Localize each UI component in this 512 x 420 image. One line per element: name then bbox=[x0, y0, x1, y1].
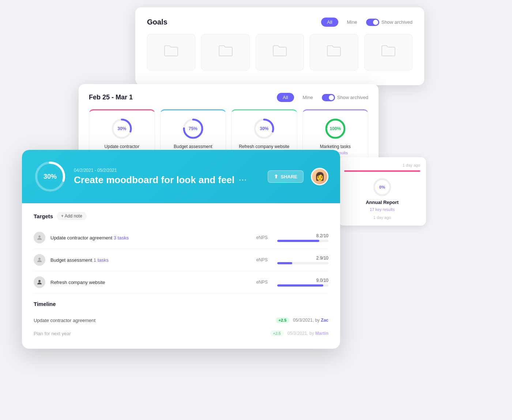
target-row-2: Budget assessment 1 tasks eNPS 2.9/10 bbox=[34, 249, 328, 271]
timeline-person-1: Zac bbox=[321, 318, 328, 323]
avatar-image: 👩 bbox=[315, 172, 325, 181]
targets-section-header: Targets + Add note bbox=[34, 212, 328, 220]
share-button[interactable]: ⬆ SHARE bbox=[268, 170, 304, 183]
goals-filter-mine[interactable]: Mine bbox=[341, 18, 363, 27]
target-avatar-1 bbox=[34, 232, 45, 243]
timeline-row-1: Update contractor agreement +2.5 05/3/20… bbox=[34, 314, 328, 327]
timeline-row-2: Plan for next year +2.5 05/3/2021, by Ma… bbox=[34, 327, 328, 340]
mid-filter-all[interactable]: All bbox=[277, 93, 294, 102]
goals-filter-all[interactable]: All bbox=[321, 18, 338, 27]
mid-filter-group: All Mine Show archived bbox=[277, 93, 368, 102]
folder-icon bbox=[272, 45, 287, 60]
folder-icon bbox=[327, 45, 341, 60]
goals-filter-group: All Mine Show archived bbox=[321, 18, 413, 27]
svg-point-14 bbox=[38, 280, 41, 282]
main-panel: 30% 04/2/2021 - 05/2/2021 Create moodboa… bbox=[22, 150, 340, 349]
mid-archived-toggle[interactable]: Show archived bbox=[322, 94, 368, 101]
archived-toggle-switch[interactable] bbox=[366, 19, 379, 26]
annual-pct: 0% bbox=[379, 185, 385, 189]
main-date-range: 04/2/2021 - 05/2/2021 bbox=[74, 168, 260, 173]
goals-header: Goals All Mine Show archived bbox=[147, 18, 413, 27]
folder-icon bbox=[218, 45, 233, 60]
timeline-person-2: Martin bbox=[315, 331, 328, 336]
goal-name-4: Marketing tasks bbox=[320, 144, 351, 149]
folder-item[interactable] bbox=[256, 34, 304, 71]
folder-item[interactable] bbox=[201, 34, 249, 71]
target-progress-3: 9.0/10 bbox=[277, 278, 328, 287]
main-pct: 30% bbox=[44, 173, 57, 181]
mid-filter-mine[interactable]: Mine bbox=[297, 93, 319, 102]
main-header-info: 04/2/2021 - 05/2/2021 Create moodboard f… bbox=[74, 168, 260, 186]
target-link-1[interactable]: 3 tasks bbox=[114, 235, 129, 241]
timeline-label-1: Update contractor agreement bbox=[34, 318, 272, 323]
date-range: Feb 25 - Mar 1 bbox=[89, 94, 133, 101]
svg-point-12 bbox=[38, 235, 41, 238]
mid-toggle-switch[interactable] bbox=[322, 94, 335, 101]
archived-label: Show archived bbox=[381, 19, 413, 25]
folder-icon bbox=[164, 45, 178, 60]
share-label: SHARE bbox=[281, 174, 297, 179]
goals-archived-toggle[interactable]: Show archived bbox=[366, 19, 413, 26]
donut-75: 75% bbox=[181, 117, 205, 140]
svg-point-13 bbox=[38, 258, 41, 260]
progress-bar-fill-1 bbox=[277, 240, 319, 242]
donut-30-2: 30% bbox=[252, 117, 276, 140]
target-metric-1: eNPS bbox=[256, 235, 268, 240]
avatar: 👩 bbox=[311, 168, 328, 185]
folder-icon bbox=[381, 45, 396, 60]
main-panel-header: 30% 04/2/2021 - 05/2/2021 Create moodboa… bbox=[22, 150, 340, 203]
target-score-1: 8.2/10 bbox=[316, 233, 328, 238]
main-progress-circle: 30% bbox=[34, 160, 67, 193]
target-metric-2: eNPS bbox=[256, 257, 268, 262]
target-link-2[interactable]: 1 tasks bbox=[94, 257, 109, 263]
donut-100: 100% bbox=[324, 117, 347, 140]
target-name-3: Refresh company website bbox=[50, 280, 251, 285]
donut-30-1: 30% bbox=[110, 117, 133, 140]
progress-bar-bg-3 bbox=[277, 284, 328, 287]
annual-keys: 17 key results bbox=[370, 207, 395, 212]
timeline-label-2: Plan for next year bbox=[34, 331, 266, 336]
share-icon: ⬆ bbox=[274, 174, 278, 179]
target-metric-3: eNPS bbox=[256, 280, 268, 285]
add-note-button[interactable]: + Add note bbox=[57, 212, 87, 220]
timeline-header: Timeline bbox=[34, 301, 328, 307]
target-avatar-2 bbox=[34, 254, 45, 266]
main-title-row: Create moodboard for look and feel ··· bbox=[74, 174, 260, 186]
targets-title: Targets bbox=[34, 213, 53, 219]
target-name-1: Update contractor agreement 3 tasks bbox=[50, 235, 251, 241]
goals-panel: Goals All Mine Show archived bbox=[135, 7, 424, 85]
goal-name-3: Refresh company website bbox=[239, 144, 289, 149]
main-title: Create moodboard for look and feel bbox=[74, 174, 234, 186]
annual-ago-bottom: 1 day ago bbox=[373, 215, 391, 220]
timeline-title: Timeline bbox=[34, 301, 56, 307]
target-progress-2: 2.9/10 bbox=[277, 256, 328, 264]
target-row-3: Refresh company website eNPS 9.0/10 bbox=[34, 271, 328, 294]
folder-item[interactable] bbox=[364, 34, 413, 71]
target-avatar-3 bbox=[34, 276, 45, 288]
goals-title: Goals bbox=[147, 18, 167, 26]
mid-archived-label: Show archived bbox=[337, 95, 368, 100]
progress-bar-bg-2 bbox=[277, 262, 328, 264]
timeline-badge-1: +2.5 bbox=[276, 317, 290, 323]
progress-bar-fill-2 bbox=[277, 262, 292, 264]
target-row-1: Update contractor agreement 3 tasks eNPS… bbox=[34, 227, 328, 249]
annual-ago-top: 1 day ago bbox=[344, 163, 420, 167]
folder-item[interactable] bbox=[147, 34, 195, 71]
annual-label: Annual Report bbox=[366, 200, 399, 205]
annual-content: 0% Annual Report 17 key results 1 day ag… bbox=[344, 175, 420, 220]
target-name-2: Budget assessment 1 tasks bbox=[50, 257, 251, 263]
folder-item[interactable] bbox=[310, 34, 358, 71]
timeline-date-1: 05/3/2021, by Zac bbox=[293, 318, 328, 323]
timeline-section: Timeline Update contractor agreement +2.… bbox=[34, 301, 328, 340]
goal-name-2: Budget assessment bbox=[174, 144, 212, 149]
timeline-badge-2: +2.5 bbox=[270, 330, 284, 336]
progress-bar-bg-1 bbox=[277, 240, 328, 242]
timeline-date-2: 05/3/2021, by Martin bbox=[287, 331, 328, 336]
target-score-3: 9.0/10 bbox=[316, 278, 328, 283]
target-score-2: 2.9/10 bbox=[316, 256, 328, 261]
mid-header: Feb 25 - Mar 1 All Mine Show archived bbox=[89, 93, 368, 102]
more-options-icon[interactable]: ··· bbox=[239, 176, 247, 184]
main-panel-body: Targets + Add note Update contractor agr… bbox=[22, 203, 340, 349]
progress-bar-fill-3 bbox=[277, 284, 323, 287]
annual-top-bar bbox=[344, 170, 420, 172]
